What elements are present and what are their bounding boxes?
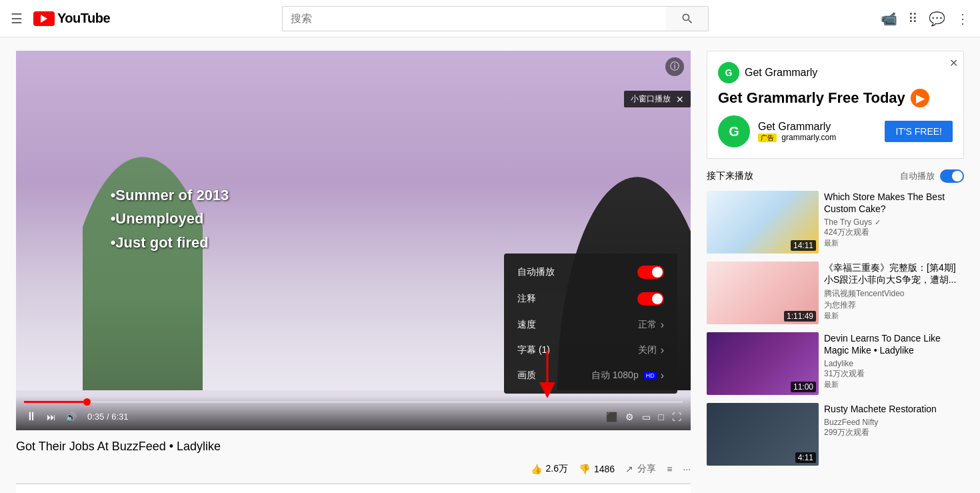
mini-window-label: 小窗口播放 xyxy=(631,93,671,105)
ad-name: Get Grammarly xyxy=(758,121,877,133)
subtitle-chevron: › xyxy=(661,344,664,356)
more-options-icon[interactable]: ⋮ xyxy=(956,11,969,27)
search-bar xyxy=(282,6,709,31)
ad-arrow-icon: ▶ xyxy=(911,89,929,107)
rec-badge-0: 最新 xyxy=(824,238,964,248)
subtitles-button[interactable]: ⬛ xyxy=(605,410,619,424)
share-icon: ↗ xyxy=(625,464,633,474)
settings-menu: 自动播放 注释 速度 正常 › 字幕 xyxy=(504,254,677,394)
rec-duration-0: 14:11 xyxy=(791,240,816,251)
rec-channel-0: The Try Guys ✓ xyxy=(824,217,964,227)
settings-subtitle-row[interactable]: 字幕 (1) 关闭 › xyxy=(504,338,677,363)
progress-dot xyxy=(83,398,91,406)
ad-info: Get Grammarly 广告 grammarly.com xyxy=(758,121,877,143)
ad-title: Get Grammarly Free Today ▶ xyxy=(718,89,953,107)
settings-autoplay-label: 自动播放 xyxy=(517,266,555,278)
settings-quality-row[interactable]: 画质 自动 1080p HD › xyxy=(504,363,677,388)
theater-button[interactable]: ▭ xyxy=(641,410,652,424)
video-actions: 👍 2.6万 👎 1486 ↗ 分享 ≡ ··· xyxy=(16,455,691,484)
ad-banner: ✕ G Get Grammarly Get Grammarly Free Tod… xyxy=(707,51,964,159)
share-button[interactable]: ↗ 分享 xyxy=(625,463,656,475)
header: ☰ YouTube 📹 ⠿ 💬 ⋮ xyxy=(0,0,980,37)
fullscreen-button[interactable]: ⛶ xyxy=(671,410,683,424)
settings-notes-toggle[interactable] xyxy=(637,292,664,306)
settings-subtitle-label: 字幕 (1) xyxy=(517,344,550,356)
autoplay-header: 接下来播放 自动播放 xyxy=(707,169,964,183)
rec-duration-2: 11:00 xyxy=(791,382,816,392)
header-right: 📹 ⠿ 💬 ⋮ xyxy=(881,11,969,27)
rec-channel-3: BuzzFeed Nifty xyxy=(824,418,964,427)
ad-free-button[interactable]: IT'S FREE! xyxy=(885,121,953,142)
rec-badge-1: 最新 xyxy=(824,311,964,321)
rec-meta-1: 为您推荐 xyxy=(824,300,964,311)
video-player[interactable]: •Summer of 2013 •Unemployed •Just got fi… xyxy=(16,51,691,430)
mini-window-bar[interactable]: 小窗口播放 ✕ xyxy=(624,91,691,107)
autoplay-toggle-label: 自动播放 xyxy=(900,170,935,182)
settings-speed-row[interactable]: 速度 正常 › xyxy=(504,312,677,338)
rec-info-0: Which Store Makes The Best Custom Cake? … xyxy=(824,191,964,254)
miniplayer-button[interactable]: □ xyxy=(657,410,665,424)
rec-video-1[interactable]: 1:11:49 《幸福三重奏》完整版：[第4期] 小S跟汪小菲向大S争宠，遭胡.… xyxy=(707,262,964,324)
settings-notes-label: 注释 xyxy=(517,293,536,305)
autoplay-toggle-row: 自动播放 xyxy=(900,169,964,183)
rec-channel-1: 腾讯视频TencentVideo xyxy=(824,288,964,300)
settings-quality-label: 画质 xyxy=(517,370,536,382)
apps-grid-icon[interactable]: ⠿ xyxy=(908,11,918,27)
rec-title-2: Devin Learns To Dance Like Magic Mike • … xyxy=(824,332,964,356)
rec-thumb-1: 1:11:49 xyxy=(707,262,819,324)
grammarly-brand-icon: G xyxy=(718,62,739,83)
mini-window-close[interactable]: ✕ xyxy=(676,94,684,105)
ad-brand-name: Get Grammarly xyxy=(745,67,817,79)
ad-close-button[interactable]: ✕ xyxy=(949,57,958,69)
settings-speed-label: 速度 xyxy=(517,319,536,331)
settings-autoplay-row[interactable]: 自动播放 xyxy=(504,259,677,286)
next-button[interactable]: ⏭ xyxy=(45,410,57,424)
hd-badge: HD xyxy=(644,372,657,380)
youtube-logo-icon xyxy=(33,11,55,26)
search-input[interactable] xyxy=(282,6,666,31)
pause-button[interactable]: ⏸ xyxy=(24,408,39,425)
save-button[interactable]: ≡ xyxy=(667,464,672,474)
rec-title-0: Which Store Makes The Best Custom Cake? xyxy=(824,191,964,215)
rec-video-0[interactable]: 14:11 Which Store Makes The Best Custom … xyxy=(707,191,964,254)
rec-video-3[interactable]: 4:11 Rusty Machete Restoration BuzzFeed … xyxy=(707,403,964,466)
settings-subtitle-value: 关闭 › xyxy=(638,344,664,356)
speed-chevron: › xyxy=(661,319,664,331)
rec-title-3: Rusty Machete Restoration xyxy=(824,403,964,415)
video-controls: ⏸ ⏭ 🔊 0:35 / 6:31 ⬛ ⚙ ▭ □ xyxy=(16,396,691,430)
recommendations-list: 14:11 Which Store Makes The Best Custom … xyxy=(707,191,964,466)
settings-button[interactable]: ⚙ xyxy=(624,410,635,424)
rec-thumb-0: 14:11 xyxy=(707,191,819,254)
video-section: •Summer of 2013 •Unemployed •Just got fi… xyxy=(0,37,707,493)
progress-fill xyxy=(24,401,83,403)
overlay-line-3: •Just got fired xyxy=(111,231,229,254)
autoplay-label: 接下来播放 xyxy=(707,170,753,182)
rec-thumb-3: 4:11 xyxy=(707,403,819,466)
ad-url: grammarly.com xyxy=(781,133,836,142)
more-button[interactable]: ··· xyxy=(683,464,691,474)
hamburger-menu[interactable]: ☰ xyxy=(11,11,23,27)
time-display: 0:35 / 6:31 xyxy=(87,412,128,422)
youtube-logo-text: YouTube xyxy=(57,11,110,26)
rec-meta-2: 31万次观看 xyxy=(824,368,964,380)
settings-autoplay-toggle[interactable] xyxy=(637,266,664,279)
video-info-button[interactable]: ⓘ xyxy=(665,57,684,76)
youtube-logo[interactable]: YouTube xyxy=(33,11,110,26)
controls-row: ⏸ ⏭ 🔊 0:35 / 6:31 ⬛ ⚙ ▭ □ xyxy=(24,408,683,425)
dislike-button[interactable]: 👎 1486 xyxy=(579,464,615,474)
thumbs-down-icon: 👎 xyxy=(579,464,590,474)
ad-logo-large: G xyxy=(718,115,750,147)
volume-button[interactable]: 🔊 xyxy=(64,410,78,424)
messages-icon[interactable]: 💬 xyxy=(929,11,945,27)
header-left: ☰ YouTube xyxy=(11,11,110,27)
rec-video-2[interactable]: 11:00 Devin Learns To Dance Like Magic M… xyxy=(707,332,964,395)
video-camera-icon[interactable]: 📹 xyxy=(881,11,897,27)
settings-notes-row[interactable]: 注释 xyxy=(504,286,677,312)
premium-banner: YouTube Premium 畅享无广告干扰的 YouTube 体验。 xyxy=(16,484,691,493)
progress-bar[interactable] xyxy=(24,401,683,403)
rec-info-2: Devin Learns To Dance Like Magic Mike • … xyxy=(824,332,964,395)
search-button[interactable] xyxy=(666,6,709,31)
rec-channel-2: Ladylike xyxy=(824,359,964,368)
like-button[interactable]: 👍 2.6万 xyxy=(531,463,568,475)
autoplay-toggle[interactable] xyxy=(940,169,964,183)
